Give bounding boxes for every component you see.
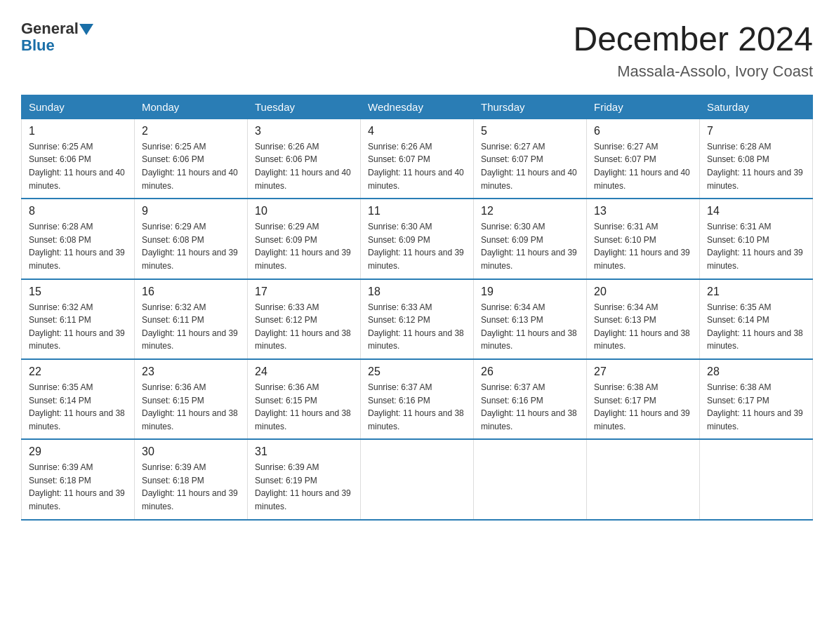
day-number: 29	[29, 445, 127, 458]
logo-blue-text: Blue	[21, 36, 55, 54]
calendar-cell: 5Sunrise: 6:27 AMSunset: 6:07 PMDaylight…	[474, 119, 587, 199]
day-number: 4	[368, 125, 466, 137]
calendar-cell: 14Sunrise: 6:31 AMSunset: 6:10 PMDayligh…	[700, 199, 813, 279]
calendar-cell	[361, 439, 474, 519]
column-header-monday: Monday	[135, 95, 248, 119]
day-number: 31	[255, 445, 353, 458]
logo-arrow-icon	[79, 24, 93, 35]
column-header-wednesday: Wednesday	[361, 95, 474, 119]
day-number: 15	[29, 286, 127, 298]
title-section: December 2024 Massala-Assolo, Ivory Coas…	[573, 21, 813, 81]
day-number: 30	[142, 445, 240, 458]
calendar-cell	[700, 439, 813, 519]
day-info: Sunrise: 6:38 AMSunset: 6:17 PMDaylight:…	[594, 381, 692, 433]
calendar-cell: 4Sunrise: 6:26 AMSunset: 6:07 PMDaylight…	[361, 119, 474, 199]
calendar-cell: 3Sunrise: 6:26 AMSunset: 6:06 PMDaylight…	[248, 119, 361, 199]
day-info: Sunrise: 6:37 AMSunset: 6:16 PMDaylight:…	[368, 381, 466, 433]
calendar-cell: 7Sunrise: 6:28 AMSunset: 6:08 PMDaylight…	[700, 119, 813, 199]
day-info: Sunrise: 6:32 AMSunset: 6:11 PMDaylight:…	[142, 301, 240, 353]
calendar-cell: 21Sunrise: 6:35 AMSunset: 6:14 PMDayligh…	[700, 279, 813, 359]
day-number: 14	[707, 205, 805, 217]
day-number: 12	[481, 205, 579, 217]
day-info: Sunrise: 6:26 AMSunset: 6:06 PMDaylight:…	[255, 140, 353, 192]
day-number: 8	[29, 205, 127, 217]
day-info: Sunrise: 6:32 AMSunset: 6:11 PMDaylight:…	[29, 301, 127, 353]
day-number: 17	[255, 286, 353, 298]
calendar-cell: 23Sunrise: 6:36 AMSunset: 6:15 PMDayligh…	[135, 359, 248, 439]
calendar-cell: 27Sunrise: 6:38 AMSunset: 6:17 PMDayligh…	[587, 359, 700, 439]
calendar-cell: 20Sunrise: 6:34 AMSunset: 6:13 PMDayligh…	[587, 279, 700, 359]
week-row-3: 15Sunrise: 6:32 AMSunset: 6:11 PMDayligh…	[22, 279, 813, 359]
day-info: Sunrise: 6:30 AMSunset: 6:09 PMDaylight:…	[481, 220, 579, 272]
day-number: 5	[481, 125, 579, 137]
day-info: Sunrise: 6:28 AMSunset: 6:08 PMDaylight:…	[29, 220, 127, 272]
day-number: 2	[142, 125, 240, 137]
day-number: 20	[594, 286, 692, 298]
calendar-cell: 2Sunrise: 6:25 AMSunset: 6:06 PMDaylight…	[135, 119, 248, 199]
day-info: Sunrise: 6:38 AMSunset: 6:17 PMDaylight:…	[707, 381, 805, 433]
calendar-table: SundayMondayTuesdayWednesdayThursdayFrid…	[21, 95, 813, 521]
day-number: 23	[142, 365, 240, 378]
day-number: 7	[707, 125, 805, 137]
day-info: Sunrise: 6:34 AMSunset: 6:13 PMDaylight:…	[594, 301, 692, 353]
day-info: Sunrise: 6:29 AMSunset: 6:08 PMDaylight:…	[142, 220, 240, 272]
day-info: Sunrise: 6:28 AMSunset: 6:08 PMDaylight:…	[707, 140, 805, 192]
calendar-cell: 28Sunrise: 6:38 AMSunset: 6:17 PMDayligh…	[700, 359, 813, 439]
day-info: Sunrise: 6:37 AMSunset: 6:16 PMDaylight:…	[481, 381, 579, 433]
day-number: 22	[29, 365, 127, 378]
day-info: Sunrise: 6:39 AMSunset: 6:18 PMDaylight:…	[142, 461, 240, 513]
day-info: Sunrise: 6:27 AMSunset: 6:07 PMDaylight:…	[594, 140, 692, 192]
page-header: General Blue December 2024 Massala-Assol…	[21, 21, 813, 81]
day-number: 6	[594, 125, 692, 137]
calendar-cell: 13Sunrise: 6:31 AMSunset: 6:10 PMDayligh…	[587, 199, 700, 279]
day-number: 13	[594, 205, 692, 217]
day-number: 26	[481, 365, 579, 378]
week-row-4: 22Sunrise: 6:35 AMSunset: 6:14 PMDayligh…	[22, 359, 813, 439]
day-info: Sunrise: 6:34 AMSunset: 6:13 PMDaylight:…	[481, 301, 579, 353]
column-header-tuesday: Tuesday	[248, 95, 361, 119]
calendar-cell: 31Sunrise: 6:39 AMSunset: 6:19 PMDayligh…	[248, 439, 361, 519]
day-info: Sunrise: 6:25 AMSunset: 6:06 PMDaylight:…	[29, 140, 127, 192]
calendar-cell: 22Sunrise: 6:35 AMSunset: 6:14 PMDayligh…	[22, 359, 135, 439]
day-info: Sunrise: 6:35 AMSunset: 6:14 PMDaylight:…	[707, 301, 805, 353]
day-number: 19	[481, 286, 579, 298]
calendar-cell: 25Sunrise: 6:37 AMSunset: 6:16 PMDayligh…	[361, 359, 474, 439]
day-number: 21	[707, 286, 805, 298]
column-header-sunday: Sunday	[22, 95, 135, 119]
day-info: Sunrise: 6:39 AMSunset: 6:18 PMDaylight:…	[29, 461, 127, 513]
calendar-cell: 24Sunrise: 6:36 AMSunset: 6:15 PMDayligh…	[248, 359, 361, 439]
calendar-cell: 6Sunrise: 6:27 AMSunset: 6:07 PMDaylight…	[587, 119, 700, 199]
day-number: 11	[368, 205, 466, 217]
location-title: Massala-Assolo, Ivory Coast	[573, 62, 813, 81]
day-info: Sunrise: 6:35 AMSunset: 6:14 PMDaylight:…	[29, 381, 127, 433]
calendar-cell: 9Sunrise: 6:29 AMSunset: 6:08 PMDaylight…	[135, 199, 248, 279]
day-info: Sunrise: 6:27 AMSunset: 6:07 PMDaylight:…	[481, 140, 579, 192]
day-info: Sunrise: 6:29 AMSunset: 6:09 PMDaylight:…	[255, 220, 353, 272]
calendar-cell: 12Sunrise: 6:30 AMSunset: 6:09 PMDayligh…	[474, 199, 587, 279]
day-info: Sunrise: 6:33 AMSunset: 6:12 PMDaylight:…	[255, 301, 353, 353]
week-row-2: 8Sunrise: 6:28 AMSunset: 6:08 PMDaylight…	[22, 199, 813, 279]
calendar-cell: 10Sunrise: 6:29 AMSunset: 6:09 PMDayligh…	[248, 199, 361, 279]
day-info: Sunrise: 6:31 AMSunset: 6:10 PMDaylight:…	[594, 220, 692, 272]
column-header-thursday: Thursday	[474, 95, 587, 119]
logo: General Blue	[21, 21, 94, 55]
week-row-1: 1Sunrise: 6:25 AMSunset: 6:06 PMDaylight…	[22, 119, 813, 199]
week-row-5: 29Sunrise: 6:39 AMSunset: 6:18 PMDayligh…	[22, 439, 813, 519]
day-info: Sunrise: 6:33 AMSunset: 6:12 PMDaylight:…	[368, 301, 466, 353]
day-info: Sunrise: 6:36 AMSunset: 6:15 PMDaylight:…	[255, 381, 353, 433]
day-number: 16	[142, 286, 240, 298]
calendar-cell: 19Sunrise: 6:34 AMSunset: 6:13 PMDayligh…	[474, 279, 587, 359]
day-number: 28	[707, 365, 805, 378]
day-info: Sunrise: 6:30 AMSunset: 6:09 PMDaylight:…	[368, 220, 466, 272]
calendar-cell: 17Sunrise: 6:33 AMSunset: 6:12 PMDayligh…	[248, 279, 361, 359]
calendar-cell: 30Sunrise: 6:39 AMSunset: 6:18 PMDayligh…	[135, 439, 248, 519]
day-number: 9	[142, 205, 240, 217]
calendar-cell	[474, 439, 587, 519]
calendar-cell: 11Sunrise: 6:30 AMSunset: 6:09 PMDayligh…	[361, 199, 474, 279]
calendar-cell: 1Sunrise: 6:25 AMSunset: 6:06 PMDaylight…	[22, 119, 135, 199]
logo-general-text: General	[21, 21, 79, 36]
day-number: 18	[368, 286, 466, 298]
calendar-cell: 18Sunrise: 6:33 AMSunset: 6:12 PMDayligh…	[361, 279, 474, 359]
day-number: 3	[255, 125, 353, 137]
calendar-cell	[587, 439, 700, 519]
